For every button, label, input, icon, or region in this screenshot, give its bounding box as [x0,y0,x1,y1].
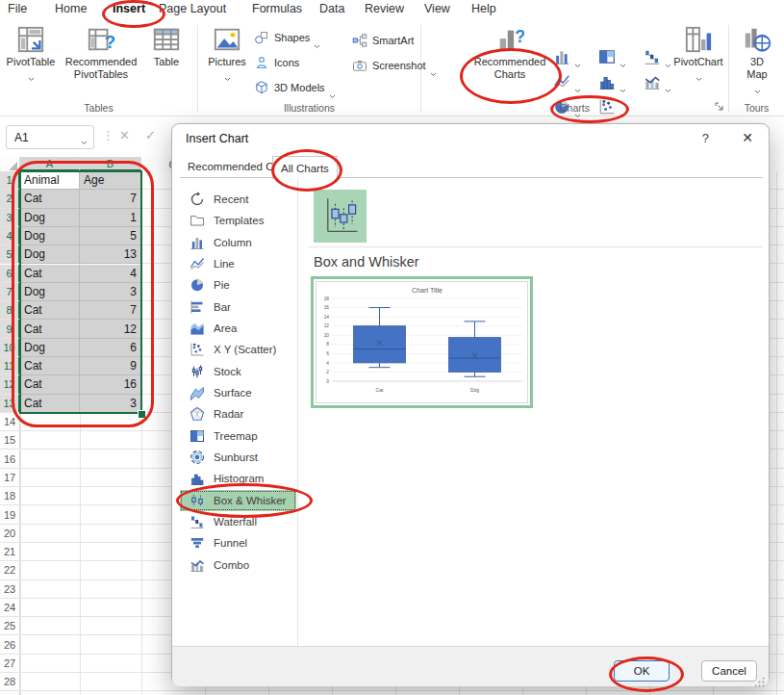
cell-A12[interactable]: Cat [20,375,80,394]
cell-B4[interactable]: 5 [80,227,141,245]
chart-type-recent[interactable]: Recent [180,189,296,210]
ribbon-tab-review[interactable]: Review [365,2,404,15]
cell-B11[interactable]: 9 [80,357,141,375]
cell-B8[interactable]: 7 [80,301,141,320]
row-header-26[interactable]: 26 [0,636,20,654]
row-header-18[interactable]: 18 [0,487,20,504]
chart-type-waterfall[interactable]: Waterfall [180,511,296,532]
pivotchart-button[interactable]: PivotChart [671,25,725,73]
cell-A2[interactable]: Cat [20,190,80,208]
column-header-A[interactable]: A [20,157,80,171]
box-whisker-subtype-thumbnail[interactable] [314,190,367,243]
fill-handle[interactable] [138,410,146,419]
row-header-5[interactable]: 5 [0,245,20,263]
row-header-10[interactable]: 10 [0,339,20,356]
chart-type-line[interactable]: Line [180,253,296,274]
row-header-16[interactable]: 16 [0,450,20,468]
cell-B5[interactable]: 13 [80,245,141,264]
row-header-8[interactable]: 8 [0,301,20,319]
recommended-pivottables-button[interactable]: ? Recommended PivotTables [58,25,144,81]
screenshot-button[interactable]: Screenshot [352,56,437,75]
cell-A9[interactable]: Cat [20,320,80,338]
resize-grip[interactable] [755,674,765,683]
dialog-close-icon[interactable]: ✕ [742,130,753,145]
chart-type-x-y-scatter[interactable]: X Y (Scatter) [180,339,296,360]
formula-cancel-icon[interactable]: ✕ [119,128,130,142]
name-box[interactable]: A1 [6,125,94,149]
row-header-7[interactable]: 7 [0,283,20,300]
row-header-6[interactable]: 6 [0,265,20,282]
column-header-B[interactable]: B [80,157,141,171]
row-header-11[interactable]: 11 [0,357,20,374]
3d-models-button[interactable]: 3D Models [254,78,336,97]
chart-type-funnel[interactable]: Funnel [180,532,296,553]
insert-statistic-chart-button[interactable] [598,73,626,90]
ribbon-tab-file[interactable]: File [8,2,27,15]
chart-type-bar[interactable]: Bar [180,296,296,318]
row-header-29[interactable]: 29 [0,691,20,695]
ribbon-tab-help[interactable]: Help [471,2,496,15]
cell-B6[interactable]: 4 [80,265,141,283]
row-header-25[interactable]: 25 [0,617,20,634]
ok-button[interactable]: OK [614,660,670,682]
3d-map-button[interactable]: 3D Map [733,25,781,86]
chart-type-sunburst[interactable]: Sunburst [180,447,296,468]
chart-type-area[interactable]: Area [180,318,296,339]
chart-type-column[interactable]: Column [180,232,296,253]
row-header-22[interactable]: 22 [0,561,20,579]
cell-B2[interactable]: 7 [80,190,141,208]
cell-A13[interactable]: Cat [20,395,80,413]
table-button[interactable]: Table [144,25,189,68]
insert-combo-chart-button[interactable] [644,73,671,90]
cell-A11[interactable]: Cat [20,357,80,375]
ribbon-tab-page-layout[interactable]: Page Layout [159,2,226,15]
cell-A10[interactable]: Dog [20,339,80,357]
row-header-24[interactable]: 24 [0,599,20,616]
row-header-28[interactable]: 28 [0,673,20,690]
row-header-12[interactable]: 12 [0,375,20,393]
formula-bar-more-icon[interactable]: ⋮ [102,128,114,142]
row-header-2[interactable]: 2 [0,190,20,207]
cancel-button[interactable]: Cancel [701,660,757,682]
row-header-19[interactable]: 19 [0,505,20,523]
chart-type-box-whisker[interactable]: Box & Whisker [180,490,296,511]
chart-type-histogram[interactable]: Histogram [180,468,296,489]
cell-B12[interactable]: 16 [80,375,141,394]
insert-line-chart-button[interactable] [553,73,581,90]
cell-B9[interactable]: 12 [80,320,141,338]
row-header-27[interactable]: 27 [0,655,20,672]
chart-type-combo[interactable]: Combo [180,554,296,576]
row-header-15[interactable]: 15 [0,431,20,449]
row-header-13[interactable]: 13 [0,395,20,412]
cell-A1[interactable]: Animal [20,171,80,190]
cell-B10[interactable]: 6 [80,339,141,357]
chart-type-radar[interactable]: Radar [180,403,296,425]
ribbon-tab-formulas[interactable]: Formulas [252,2,302,15]
ribbon-tab-data[interactable]: Data [319,2,344,15]
cell-A8[interactable]: Cat [20,301,80,320]
tab-all-charts[interactable]: All Charts [272,156,338,179]
chart-type-stock[interactable]: Stock [180,361,296,382]
row-header-1[interactable]: 1 [0,171,20,189]
charts-dialog-launcher[interactable] [714,98,724,109]
row-header-9[interactable]: 9 [0,320,20,337]
cell-B7[interactable]: 3 [80,283,141,301]
chart-preview[interactable]: Chart Title024681012141618CatDog [311,276,533,408]
cell-B1[interactable]: Age [80,171,141,190]
pivottable-button[interactable]: PivotTable [6,25,56,73]
dialog-help-icon[interactable]: ? [702,131,709,145]
icons-button[interactable]: Icons [254,53,303,72]
insert-column-chart-button[interactable] [553,48,581,65]
row-header-23[interactable]: 23 [0,580,20,598]
smartart-button[interactable]: SmartArt [352,31,417,50]
ribbon-tab-home[interactable]: Home [55,2,87,15]
insert-hierarchy-chart-button[interactable] [598,48,626,65]
cell-A7[interactable]: Dog [20,283,80,301]
cell-B3[interactable]: 1 [80,209,141,227]
chart-type-treemap[interactable]: Treemap [180,425,296,447]
row-header-3[interactable]: 3 [0,209,20,226]
chart-type-pie[interactable]: Pie [180,274,296,296]
cell-A5[interactable]: Dog [20,245,80,264]
ribbon-tab-view[interactable]: View [424,2,450,15]
pictures-button[interactable]: Pictures [204,25,250,73]
